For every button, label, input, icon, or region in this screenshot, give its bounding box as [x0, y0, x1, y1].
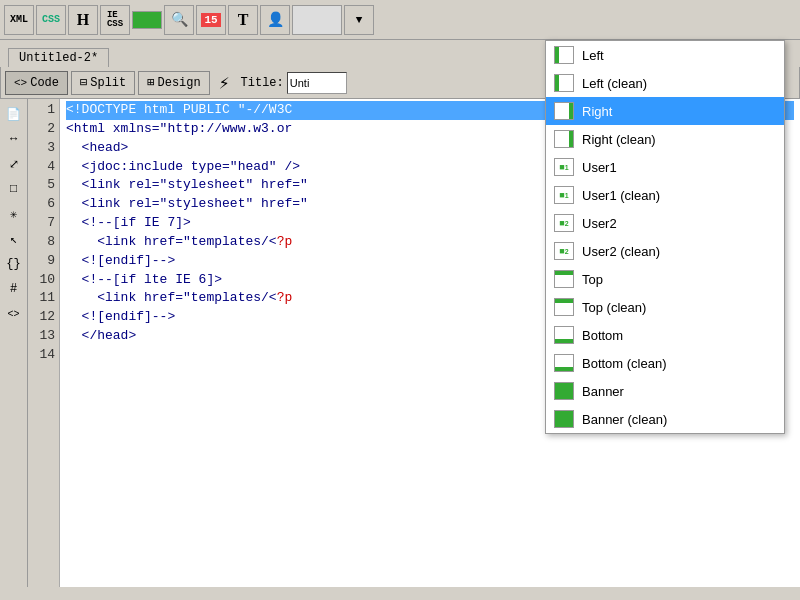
banner-clean-label: Banner (clean) — [582, 412, 667, 427]
right-clean-icon — [554, 130, 574, 148]
right-label: Right — [582, 104, 612, 119]
line-numbers: 12345 678910 11121314 — [28, 99, 60, 587]
css-button[interactable]: CSS — [36, 5, 66, 35]
user2-icon: ■2 — [554, 214, 574, 232]
title-label: Title: — [241, 76, 284, 90]
dropdown-item-left[interactable]: Left — [546, 41, 784, 69]
heading-button[interactable]: H — [68, 5, 98, 35]
green-square-button[interactable] — [132, 11, 162, 29]
code-view-button[interactable]: <> Code — [5, 71, 68, 95]
bottom-icon — [554, 326, 574, 344]
sidebar-icon-box[interactable]: □ — [3, 178, 25, 200]
design-view-button[interactable]: ⊞ Design — [138, 71, 209, 95]
sidebar-icon-star[interactable]: ✳ — [3, 203, 25, 225]
dropdown-item-user2-clean[interactable]: ■2 User2 (clean) — [546, 237, 784, 265]
dropdown-item-bottom-clean[interactable]: Bottom (clean) — [546, 349, 784, 377]
top-toolbar: XML CSS H IECSS 🔍 15 T 👤 ▼ — [0, 0, 800, 40]
left-clean-icon — [554, 74, 574, 92]
text-button[interactable]: T — [228, 5, 258, 35]
bottom-clean-label: Bottom (clean) — [582, 356, 667, 371]
code-brackets-icon: <> — [14, 77, 27, 89]
left-sidebar: 📄 ↔ ⤢ □ ✳ ↖ {} # <> — [0, 99, 28, 587]
banner-clean-icon — [554, 410, 574, 428]
left-icon — [554, 46, 574, 64]
dropdown-item-user1-clean[interactable]: ■1 User1 (clean) — [546, 181, 784, 209]
user2-clean-icon: ■2 — [554, 242, 574, 260]
dropdown-menu: Left Left (clean) Right Right (clean) ■1… — [545, 40, 785, 434]
sidebar-icon-page[interactable]: 📄 — [3, 103, 25, 125]
dropdown-item-left-clean[interactable]: Left (clean) — [546, 69, 784, 97]
lightning-icon: ⚡ — [219, 72, 230, 94]
top-clean-icon — [554, 298, 574, 316]
counter-button[interactable]: 15 — [196, 5, 226, 35]
bottom-label: Bottom — [582, 328, 623, 343]
user1-clean-label: User1 (clean) — [582, 188, 660, 203]
dropdown-item-user1[interactable]: ■1 User1 — [546, 153, 784, 181]
top-icon — [554, 270, 574, 288]
split-view-button[interactable]: ⊟ Split — [71, 71, 135, 95]
dropdown-item-right-clean[interactable]: Right (clean) — [546, 125, 784, 153]
dropdown-button[interactable]: ▼ — [344, 5, 374, 35]
dropdown-item-right[interactable]: Right — [546, 97, 784, 125]
split-icon: ⊟ — [80, 75, 87, 90]
xml-icon: XML — [10, 14, 28, 25]
dropdown-item-bottom[interactable]: Bottom — [546, 321, 784, 349]
right-clean-label: Right (clean) — [582, 132, 656, 147]
user2-label: User2 — [582, 216, 617, 231]
right-icon — [554, 102, 574, 120]
tab-label: Untitled-2* — [19, 51, 98, 65]
css-icon: CSS — [42, 14, 60, 25]
xml-button[interactable]: XML — [4, 5, 34, 35]
user1-icon: ■1 — [554, 158, 574, 176]
user1-clean-icon: ■1 — [554, 186, 574, 204]
left-label: Left — [582, 48, 604, 63]
bottom-clean-icon — [554, 354, 574, 372]
dropdown-item-user2[interactable]: ■2 User2 — [546, 209, 784, 237]
chevron-down-icon: ▼ — [356, 14, 363, 26]
design-icon: ⊞ — [147, 75, 154, 90]
dropdown-item-top-clean[interactable]: Top (clean) — [546, 293, 784, 321]
wide-button[interactable] — [292, 5, 342, 35]
magnify-icon: 🔍 — [171, 11, 188, 28]
dropdown-item-top[interactable]: Top — [546, 265, 784, 293]
counter-icon: 15 — [201, 13, 220, 27]
left-clean-label: Left (clean) — [582, 76, 647, 91]
banner-icon — [554, 382, 574, 400]
sidebar-icon-braces[interactable]: {} — [3, 253, 25, 275]
ie-css-icon: IECSS — [107, 11, 123, 29]
dropdown-item-banner[interactable]: Banner — [546, 377, 784, 405]
ie-css-button[interactable]: IECSS — [100, 5, 130, 35]
sidebar-icon-arrows[interactable]: ↔ — [3, 128, 25, 150]
document-tab[interactable]: Untitled-2* — [8, 48, 109, 67]
sidebar-icon-pointer[interactable]: ↖ — [3, 228, 25, 250]
user-icon: 👤 — [267, 11, 284, 28]
banner-label: Banner — [582, 384, 624, 399]
text-icon: T — [238, 11, 249, 29]
title-input[interactable] — [287, 72, 347, 94]
user1-label: User1 — [582, 160, 617, 175]
dropdown-item-banner-clean[interactable]: Banner (clean) — [546, 405, 784, 433]
user2-clean-label: User2 (clean) — [582, 244, 660, 259]
sidebar-icon-expand[interactable]: ⤢ — [3, 153, 25, 175]
search-button[interactable]: 🔍 — [164, 5, 194, 35]
sidebar-icon-hash[interactable]: # — [3, 278, 25, 300]
top-clean-label: Top (clean) — [582, 300, 646, 315]
h-icon: H — [77, 11, 89, 29]
user-button[interactable]: 👤 — [260, 5, 290, 35]
top-label: Top — [582, 272, 603, 287]
sidebar-icon-code[interactable]: <> — [3, 303, 25, 325]
